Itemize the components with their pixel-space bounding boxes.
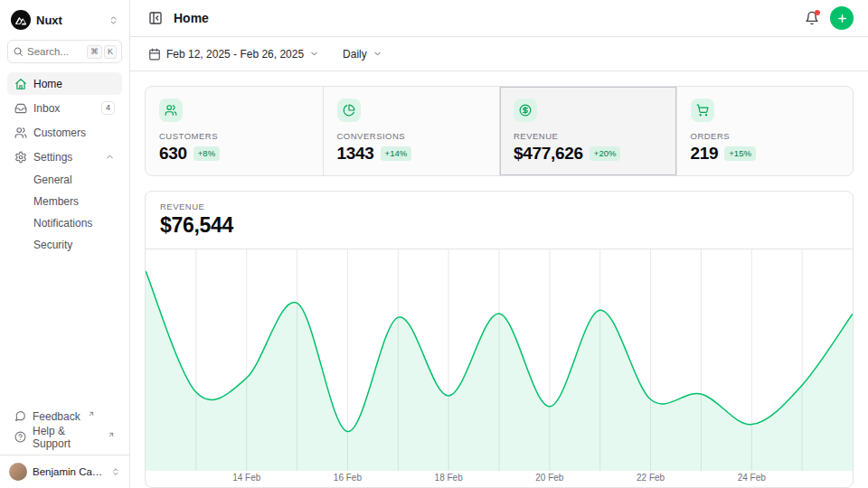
workspace-name: Nuxt — [36, 14, 62, 27]
chevrons-up-down-icon — [108, 15, 118, 25]
revenue-chart-card: REVENUE $76,544 14 Feb16 Feb18 Feb20 Feb… — [145, 191, 854, 488]
panel-left-close-icon — [148, 11, 163, 25]
inbox-icon — [14, 102, 27, 115]
sidebar-item-label: General — [33, 174, 72, 186]
search-shortcut: ⌘ K — [87, 45, 117, 59]
page-title: Home — [174, 11, 209, 25]
sidebar-item-label: Customers — [33, 127, 86, 139]
sidebar-item-inbox[interactable]: Inbox 4 — [7, 97, 122, 119]
kbd-meta: ⌘ — [87, 45, 102, 59]
sidebar-item-members[interactable]: Members — [7, 192, 122, 211]
chevrons-up-down-icon — [111, 467, 120, 476]
chevron-up-icon — [105, 152, 115, 162]
add-button[interactable] — [830, 6, 854, 30]
workspace-selector[interactable]: Nuxt — [7, 7, 122, 33]
sidebar: Nuxt ⌘ K Home — [0, 0, 130, 488]
user-avatar — [9, 463, 27, 481]
help-circle-icon — [14, 431, 26, 443]
app-root: Nuxt ⌘ K Home — [0, 0, 868, 488]
chevron-down-icon — [373, 49, 382, 59]
sidebar-item-label: Settings — [33, 151, 72, 164]
circle-dollar-icon — [514, 99, 537, 122]
stats-grid: CUSTOMERS 630 +8% CONVERSIONS 1343 +14% — [145, 86, 854, 176]
chevron-down-icon — [309, 49, 319, 59]
chart-metric-label: REVENUE — [160, 202, 838, 211]
kbd-k: K — [104, 45, 117, 59]
gear-icon — [14, 151, 27, 164]
stat-value: 1343 — [337, 144, 374, 164]
stat-delta-badge: +15% — [724, 146, 756, 161]
user-menu-button[interactable]: Benjamin Canac — [0, 455, 129, 488]
collapse-sidebar-button[interactable] — [145, 7, 166, 29]
notifications-button[interactable] — [801, 7, 823, 29]
sidebar-item-help-support[interactable]: Help & Support — [7, 427, 122, 447]
stat-label: CONVERSIONS — [337, 131, 486, 141]
sidebar-item-label: Feedback — [33, 410, 80, 423]
search-input[interactable] — [27, 46, 83, 57]
search-field[interactable]: ⌘ K — [7, 40, 122, 63]
plus-icon — [836, 13, 848, 24]
chart-pie-icon — [337, 99, 361, 122]
stat-label: REVENUE — [514, 131, 663, 141]
stat-value: 219 — [691, 144, 719, 164]
sidebar-item-label: Notifications — [33, 217, 92, 230]
filters-toolbar: Feb 12, 2025 - Feb 26, 2025 Daily — [130, 37, 868, 71]
house-icon — [14, 78, 27, 90]
interval-select[interactable]: Daily — [335, 43, 390, 65]
external-link-icon — [88, 410, 95, 418]
external-link-icon — [108, 431, 115, 438]
stat-delta-badge: +8% — [193, 146, 220, 161]
sidebar-item-label: Members — [33, 195, 79, 208]
sidebar-item-security[interactable]: Security — [7, 235, 122, 255]
stat-card-conversions[interactable]: CONVERSIONS 1343 +14% — [323, 87, 500, 175]
sidebar-item-settings[interactable]: Settings — [7, 145, 122, 168]
inbox-count-badge: 4 — [101, 101, 115, 115]
stat-label: ORDERS — [691, 131, 840, 141]
sidebar-item-general[interactable]: General — [7, 170, 122, 190]
stat-value: $477,626 — [514, 144, 583, 164]
sidebar-nav: Home Inbox 4 Customers Settings — [7, 72, 122, 255]
main-area: Home Feb 12, 2025 - Feb 26, 2025 — [130, 0, 868, 488]
notification-dot — [815, 10, 820, 15]
stat-delta-badge: +14% — [381, 146, 412, 161]
sidebar-item-home[interactable]: Home — [7, 72, 122, 95]
date-range-label: Feb 12, 2025 - Feb 26, 2025 — [166, 48, 304, 61]
chart-metric-value: $76,544 — [160, 213, 838, 238]
page-header: Home — [130, 0, 868, 37]
sidebar-item-label: Inbox — [33, 102, 60, 115]
users-icon — [14, 127, 27, 139]
calendar-icon — [148, 48, 161, 61]
sidebar-item-notifications[interactable]: Notifications — [7, 213, 122, 233]
shopping-cart-icon — [691, 99, 714, 122]
user-name: Benjamin Canac — [33, 466, 106, 477]
chart-header: REVENUE $76,544 — [146, 192, 853, 249]
users-icon — [159, 99, 183, 122]
settings-subnav: General Members Notifications Security — [7, 170, 122, 255]
stat-value: 630 — [159, 144, 187, 164]
stat-card-orders[interactable]: ORDERS 219 +15% — [676, 87, 854, 175]
stat-delta-badge: +20% — [590, 146, 621, 161]
sidebar-item-label: Security — [33, 239, 72, 251]
date-range-picker[interactable]: Feb 12, 2025 - Feb 26, 2025 — [141, 43, 326, 65]
sidebar-item-customers[interactable]: Customers — [7, 121, 122, 144]
interval-label: Daily — [343, 48, 367, 61]
sidebar-item-label: Help & Support — [33, 425, 100, 450]
search-icon — [13, 46, 24, 57]
revenue-chart[interactable]: 14 Feb16 Feb18 Feb20 Feb22 Feb24 Feb — [146, 249, 853, 487]
message-circle-icon — [14, 410, 26, 422]
stat-label: CUSTOMERS — [159, 131, 309, 141]
revenue-chart-svg — [146, 249, 853, 487]
stat-card-customers[interactable]: CUSTOMERS 630 +8% — [146, 87, 323, 175]
sidebar-item-label: Home — [33, 78, 62, 90]
page-content: CUSTOMERS 630 +8% CONVERSIONS 1343 +14% — [130, 71, 868, 488]
nuxt-logo-icon — [11, 10, 31, 30]
stat-card-revenue[interactable]: REVENUE $477,626 +20% — [499, 87, 676, 175]
sidebar-spacer — [7, 255, 122, 406]
